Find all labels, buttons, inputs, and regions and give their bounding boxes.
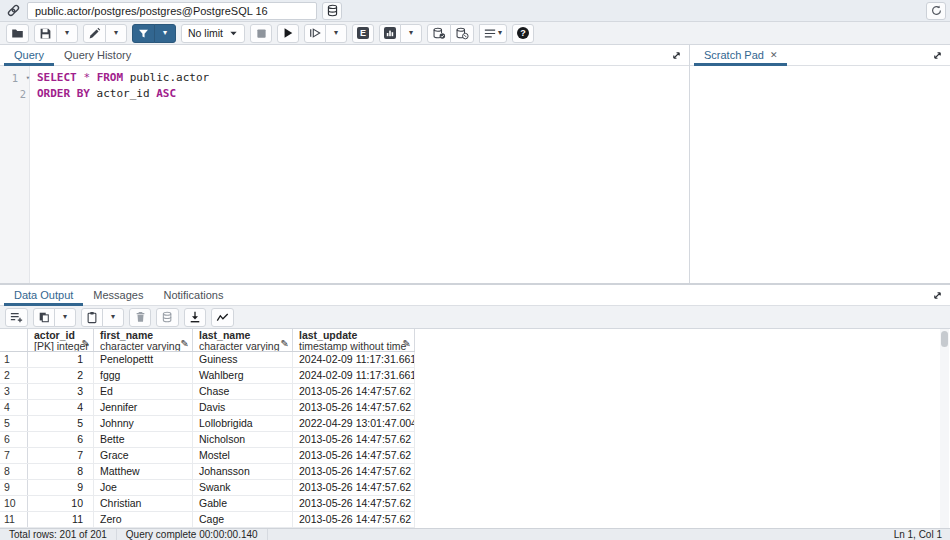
filter-button[interactable] [132, 24, 155, 43]
cell-last_update[interactable]: 2024-02-09 11:17:31.661708 [293, 368, 415, 383]
cell-first_name[interactable]: Ed [94, 384, 193, 399]
save-results-to-file-button[interactable] [184, 308, 206, 327]
vertical-scrollbar[interactable] [940, 329, 949, 528]
copy-options-dropdown[interactable]: ▾ [54, 308, 76, 327]
cell-first_name[interactable]: fggg [94, 368, 193, 383]
execute-options-dropdown[interactable]: ▾ [325, 24, 347, 43]
cell-last_update[interactable]: 2013-05-26 14:47:57.62 [293, 480, 415, 495]
connection-selector[interactable]: public.actor/postgres/postgres@PostgreSQ… [27, 2, 317, 20]
copy-button[interactable] [33, 308, 55, 327]
add-row-button[interactable] [5, 308, 28, 327]
rollback-button[interactable] [450, 24, 474, 43]
column-header-last_update[interactable]: last_updatetimestamp without time zone✎ [293, 329, 415, 351]
filter-options-dropdown[interactable]: ▾ [154, 24, 176, 43]
cell-last_name[interactable]: Johansson [193, 464, 293, 479]
explain-button[interactable]: E [352, 24, 374, 43]
cell-first_name[interactable]: Christian [94, 496, 193, 511]
cell-actor_id[interactable]: 2 [28, 368, 94, 383]
edit-column-icon[interactable]: ✎ [82, 338, 90, 349]
execute-query-button[interactable] [277, 24, 299, 43]
row-number-cell[interactable]: 4 [0, 400, 28, 415]
row-number-cell[interactable]: 3 [0, 384, 28, 399]
row-number-cell[interactable]: 9 [0, 480, 28, 495]
cell-last_update[interactable]: 2013-05-26 14:47:57.62 [293, 400, 415, 415]
row-number-cell[interactable]: 10 [0, 496, 28, 511]
row-limit-select[interactable]: No limit [181, 24, 245, 43]
cell-last_name[interactable]: Lollobrigida [193, 416, 293, 431]
tab-query[interactable]: Query [4, 45, 54, 66]
cell-first_name[interactable]: Zero [94, 512, 193, 527]
expand-query-panel-button[interactable] [667, 46, 685, 64]
cell-first_name[interactable]: Grace [94, 448, 193, 463]
cell-actor_id[interactable]: 11 [28, 512, 94, 527]
cell-last_name[interactable]: Wahlberg [193, 368, 293, 383]
cell-actor_id[interactable]: 8 [28, 464, 94, 479]
commit-button[interactable] [427, 24, 451, 43]
help-button[interactable]: ? [512, 24, 534, 43]
tab-query-history[interactable]: Query History [54, 45, 141, 66]
row-number-cell[interactable]: 2 [0, 368, 28, 383]
cell-last_name[interactable]: Cage [193, 512, 293, 527]
edit-options-dropdown[interactable]: ▾ [105, 24, 127, 43]
graph-visualiser-button[interactable] [211, 308, 234, 327]
open-file-button[interactable] [6, 24, 29, 43]
edit-column-icon[interactable]: ✎ [403, 338, 411, 349]
cell-last_name[interactable]: Mostel [193, 448, 293, 463]
close-icon[interactable]: ✕ [770, 46, 778, 65]
edit-button[interactable] [83, 24, 106, 43]
cell-first_name[interactable]: Penelopettt [94, 352, 193, 367]
fold-chevron-icon[interactable]: ▾ [22, 70, 30, 86]
column-header-first_name[interactable]: first_namecharacter varying (45)✎ [94, 329, 193, 351]
cell-first_name[interactable]: Jennifer [94, 400, 193, 415]
editor-gutter[interactable]: 1▾2 [0, 66, 30, 283]
cell-actor_id[interactable]: 3 [28, 384, 94, 399]
edit-column-icon[interactable]: ✎ [281, 338, 289, 349]
save-file-button[interactable] [34, 24, 57, 43]
macros-button[interactable]: ▾ [479, 24, 507, 43]
edit-column-icon[interactable]: ✎ [181, 338, 189, 349]
cell-last_update[interactable]: 2022-04-29 13:01:47.004435 [293, 416, 415, 431]
cell-first_name[interactable]: Bette [94, 432, 193, 447]
cell-last_name[interactable]: Guiness [193, 352, 293, 367]
cell-last_name[interactable]: Swank [193, 480, 293, 495]
scrollbar-thumb[interactable] [941, 331, 948, 347]
expand-scratch-pad-button[interactable] [928, 46, 946, 64]
row-number-cell[interactable]: 11 [0, 512, 28, 527]
tab-data-output[interactable]: Data Output [4, 285, 83, 306]
paste-button[interactable] [81, 308, 103, 327]
cell-first_name[interactable]: Johnny [94, 416, 193, 431]
cell-actor_id[interactable]: 6 [28, 432, 94, 447]
cell-last_update[interactable]: 2013-05-26 14:47:57.62 [293, 512, 415, 527]
row-number-cell[interactable]: 6 [0, 432, 28, 447]
new-connection-button[interactable] [322, 2, 342, 20]
cell-last_update[interactable]: 2024-02-09 11:17:31.661708 [293, 352, 415, 367]
cell-actor_id[interactable]: 10 [28, 496, 94, 511]
refresh-button[interactable] [926, 2, 946, 20]
cell-actor_id[interactable]: 5 [28, 416, 94, 431]
row-number-header[interactable] [0, 329, 28, 351]
cell-actor_id[interactable]: 1 [28, 352, 94, 367]
row-number-cell[interactable]: 8 [0, 464, 28, 479]
cell-first_name[interactable]: Matthew [94, 464, 193, 479]
cell-last_update[interactable]: 2013-05-26 14:47:57.62 [293, 384, 415, 399]
column-header-actor_id[interactable]: actor_id[PK] integer✎ [28, 329, 94, 351]
cell-last_name[interactable]: Chase [193, 384, 293, 399]
execute-script-button[interactable] [304, 24, 326, 43]
tab-scratch-pad[interactable]: Scratch Pad ✕ [694, 45, 787, 66]
cell-last_name[interactable]: Nicholson [193, 432, 293, 447]
expand-output-panel-button[interactable] [928, 286, 946, 304]
cell-actor_id[interactable]: 7 [28, 448, 94, 463]
scratch-pad-editor[interactable] [690, 66, 950, 283]
save-options-dropdown[interactable]: ▾ [56, 24, 78, 43]
cell-last_update[interactable]: 2013-05-26 14:47:57.62 [293, 464, 415, 479]
cell-actor_id[interactable]: 4 [28, 400, 94, 415]
tab-notifications[interactable]: Notifications [153, 285, 233, 306]
explain-options-dropdown[interactable]: ▾ [400, 24, 422, 43]
explain-analyze-button[interactable] [379, 24, 401, 43]
tab-messages[interactable]: Messages [83, 285, 153, 306]
cell-actor_id[interactable]: 9 [28, 480, 94, 495]
cell-last_name[interactable]: Davis [193, 400, 293, 415]
cell-last_name[interactable]: Gable [193, 496, 293, 511]
sql-editor[interactable]: SELECT * FROM public.actorORDER BY actor… [30, 66, 689, 283]
cell-last_update[interactable]: 2013-05-26 14:47:57.62 [293, 496, 415, 511]
